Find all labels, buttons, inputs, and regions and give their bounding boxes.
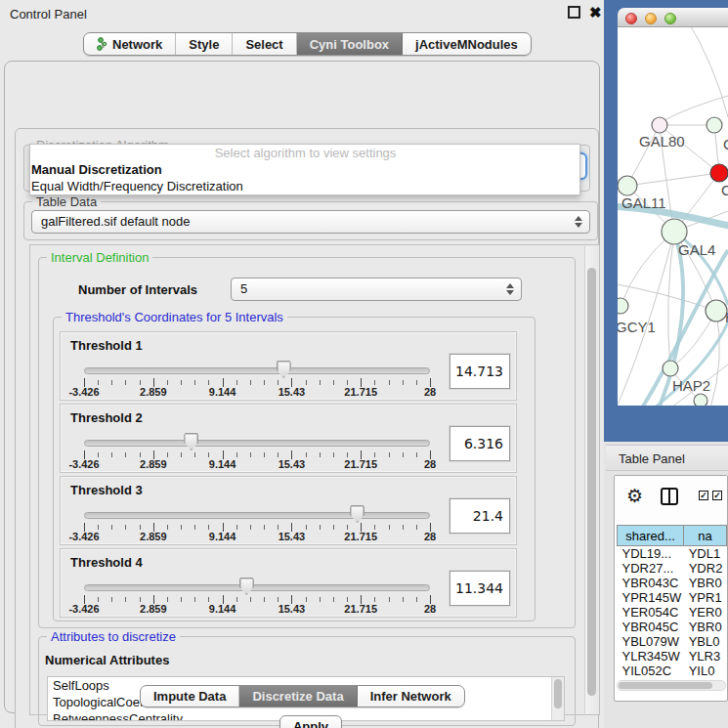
- threshold-slider-track[interactable]: [84, 512, 430, 519]
- network-edge[interactable]: [627, 173, 719, 186]
- settings-scrollpane: Interval Definition Number of Intervals …: [29, 244, 600, 715]
- attributes-group-title: Attributes to discretize: [47, 629, 180, 644]
- threshold-slider-knob[interactable]: [350, 505, 364, 523]
- threshold-slider-track[interactable]: [84, 367, 430, 374]
- threshold-slider-knob[interactable]: [184, 433, 198, 450]
- number-of-intervals-spinner[interactable]: 5: [231, 278, 522, 301]
- threshold-slider-track[interactable]: [84, 584, 430, 591]
- close-window-icon[interactable]: ✖: [589, 4, 602, 21]
- slider-tick-label: 28: [424, 458, 436, 470]
- network-node-hap2[interactable]: [663, 361, 678, 376]
- threshold-slider-track[interactable]: [84, 440, 430, 447]
- table-cell[interactable]: YBR045C: [618, 620, 684, 634]
- network-edge[interactable]: [664, 96, 728, 120]
- network-canvas[interactable]: GAL80GACGAL11GAL4GCY1HHAP2: [618, 27, 728, 406]
- algorithm-option[interactable]: Manual Discretization: [30, 161, 579, 178]
- apply-button[interactable]: Apply: [279, 715, 342, 728]
- network-node-g[interactable]: [707, 117, 722, 133]
- tab-jactivemnodules[interactable]: jActiveMNodules: [403, 33, 531, 55]
- slider-tick-label: 21.715: [344, 386, 377, 398]
- table-row[interactable]: YDR27...YDR2: [618, 561, 727, 576]
- gear-icon[interactable]: ⚙: [626, 485, 643, 507]
- column-header-name[interactable]: na: [684, 526, 727, 546]
- threshold-value-field[interactable]: 6.316: [450, 426, 510, 461]
- tab-label: jActiveMNodules: [415, 37, 518, 52]
- network-node-red[interactable]: [710, 164, 728, 182]
- mac-minimize-icon[interactable]: [645, 13, 657, 24]
- network-node-gcy1[interactable]: [618, 298, 628, 314]
- network-node-gal80[interactable]: [652, 117, 667, 133]
- control-panel-titlebar: Control Panel ✖: [0, 0, 604, 27]
- table-cell[interactable]: YDR2: [684, 561, 727, 576]
- threshold-value-field[interactable]: 14.713: [450, 354, 510, 389]
- table-row[interactable]: YPR145WYPR1: [618, 590, 727, 605]
- table-cell[interactable]: YDL19...: [618, 546, 684, 562]
- table-cell[interactable]: YLR345W: [618, 649, 684, 664]
- thresholds-group-title: Threshold's Coordinates for 5 Intervals: [62, 310, 287, 324]
- network-node-label: GA: [723, 136, 728, 152]
- algorithm-option[interactable]: Equal Width/Frequency Discretization: [30, 178, 579, 194]
- table-cell[interactable]: YIL052C: [618, 664, 684, 678]
- table-toolbar: ⚙ ✓ ✓: [615, 476, 727, 523]
- tab-discretize-data[interactable]: Discretize Data: [239, 686, 357, 707]
- table-row[interactable]: YDL19...YDL1: [618, 546, 727, 562]
- table-cell[interactable]: YBL079W: [618, 634, 684, 649]
- checkbox-icon[interactable]: ✓: [712, 491, 722, 500]
- tab-style[interactable]: Style: [176, 33, 233, 55]
- table-cell[interactable]: YLR3: [684, 649, 727, 664]
- float-window-icon[interactable]: [568, 6, 580, 19]
- table-data-combobox[interactable]: galFiltered.sif default node: [31, 210, 590, 234]
- network-node-b1[interactable]: [694, 394, 707, 406]
- table-row[interactable]: YBL079WYBL0: [618, 634, 727, 649]
- table-cell[interactable]: YIL0: [684, 664, 727, 678]
- network-node-gal11[interactable]: [618, 176, 637, 195]
- table-row[interactable]: YIL052CYIL0: [618, 664, 727, 678]
- algorithm-option[interactable]: Select algorithm to view settings: [30, 145, 579, 161]
- cyni-bottom-tabbar: Impute DataDiscretize DataInfer Network: [140, 685, 465, 707]
- table-horizontal-scrollbar[interactable]: [617, 680, 726, 691]
- table-row[interactable]: YLR345WYLR3: [618, 649, 727, 664]
- table-cell[interactable]: YPR1: [684, 590, 727, 605]
- slider-major-ticks: [84, 378, 431, 387]
- interval-definition-group: Interval Definition Number of Intervals …: [38, 257, 576, 628]
- checkbox-icon[interactable]: ✓: [699, 491, 708, 500]
- table-cell[interactable]: YBR0: [684, 620, 727, 634]
- column-header-shared-name[interactable]: shared...: [618, 526, 684, 546]
- table-cell[interactable]: YER0: [684, 605, 727, 620]
- table-cell[interactable]: YER054C: [618, 605, 684, 620]
- attributes-list-scrollbar[interactable]: [551, 677, 564, 720]
- mac-close-icon[interactable]: [625, 13, 637, 24]
- network-edge[interactable]: [710, 311, 719, 406]
- mac-zoom-icon[interactable]: [664, 13, 676, 24]
- tab-select[interactable]: Select: [233, 33, 296, 55]
- table-cell[interactable]: YBL0: [684, 634, 727, 649]
- table-cell[interactable]: YBR0: [684, 576, 727, 590]
- threshold-value-field[interactable]: 21.4: [450, 498, 510, 534]
- table-data-value: galFiltered.sif default node: [41, 214, 190, 229]
- slider-tick-label: 28: [424, 386, 436, 398]
- network-node-h[interactable]: [706, 300, 727, 321]
- threshold-value-field[interactable]: 11.344: [450, 571, 510, 606]
- tab-impute-data[interactable]: Impute Data: [141, 686, 239, 707]
- split-columns-icon[interactable]: [661, 488, 678, 505]
- network-view-window: GAL80GACGAL11GAL4GCY1HHAP2: [604, 0, 728, 442]
- table-cell[interactable]: YPR145W: [618, 590, 684, 605]
- tab-cyni-toolbox[interactable]: Cyni Toolbox: [297, 33, 403, 55]
- table-row[interactable]: YBR043CYBR0: [618, 576, 727, 590]
- network-edge[interactable]: [686, 27, 728, 117]
- network-node-label: HAP2: [672, 377, 710, 394]
- control-panel-tabbar: NetworkStyleSelectCyni ToolboxjActiveMNo…: [83, 32, 532, 56]
- settings-scrollbar[interactable]: [584, 246, 598, 713]
- tab-network[interactable]: Network: [84, 33, 176, 55]
- table-row[interactable]: YER054CYER0: [618, 605, 727, 620]
- threshold-slider-knob[interactable]: [239, 578, 254, 595]
- threshold-slider-knob[interactable]: [277, 361, 291, 378]
- slider-tick-label: 2.859: [140, 603, 167, 615]
- table-cell[interactable]: YDR27...: [618, 561, 684, 576]
- network-edge[interactable]: [621, 232, 674, 306]
- tab-infer-network[interactable]: Infer Network: [358, 686, 464, 707]
- table-row[interactable]: YBR045CYBR0: [618, 620, 727, 634]
- table-cell[interactable]: YDL1: [684, 546, 727, 562]
- tab-label: Select: [245, 37, 282, 52]
- table-cell[interactable]: YBR043C: [618, 576, 684, 590]
